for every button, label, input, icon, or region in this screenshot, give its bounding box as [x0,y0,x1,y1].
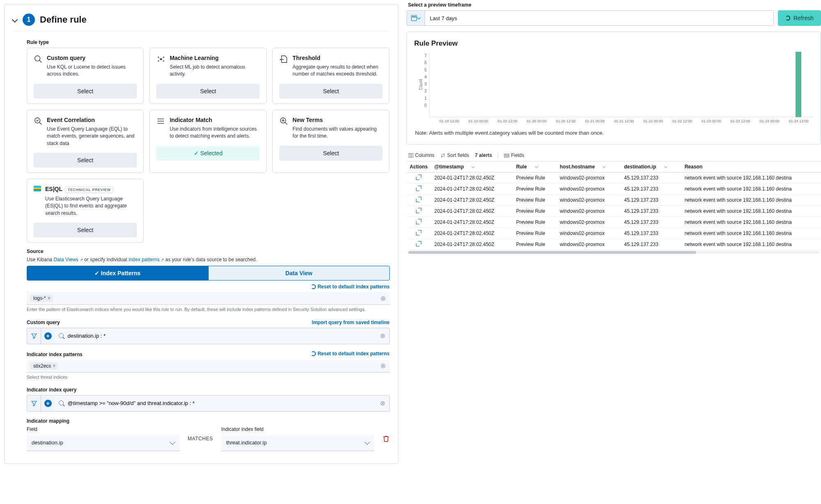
col-rule[interactable]: Rule [513,161,557,173]
expand-row-icon[interactable] [416,186,421,191]
select-rule-type-button[interactable]: Select [34,153,137,168]
calendar-icon [411,15,417,21]
mapping-index-field-value: threat.indicator.ip [226,440,267,446]
select-rule-type-button[interactable]: Select [156,84,260,99]
reset-index-patterns-link[interactable]: Reset to default index patterns [311,284,389,290]
expand-row-icon[interactable] [416,197,421,202]
expand-row-icon[interactable] [416,175,421,180]
expand-row-icon[interactable] [416,230,421,235]
expand-row-icon[interactable] [416,241,421,246]
col-host[interactable]: host.hostname [557,161,621,173]
svg-rect-21 [410,153,411,157]
chevron-down-icon [534,165,538,168]
calendar-button[interactable] [407,10,425,26]
clear-input-icon[interactable]: ⊗ [380,295,386,302]
index-patterns-link[interactable]: index patterns [129,257,164,262]
mapping-field-select[interactable]: destination.ip [27,435,179,451]
expand-row-icon[interactable] [416,219,421,224]
rule-type-new-terms[interactable]: New TermsFind documents with values appe… [272,110,389,173]
reset-indicator-patterns-link[interactable]: Reset to default index patterns [311,351,389,357]
rule-type-es-ql[interactable]: ES|QLTECHNICAL PREVIEWUse Elasticsearch … [27,179,144,243]
custom-query-input[interactable]: ⊗ [55,328,390,344]
remove-tag-icon[interactable]: × [48,295,51,301]
filter-options-button[interactable] [27,328,41,344]
svg-point-2 [160,58,162,60]
x-tick: 01-21 12:00 [609,119,639,123]
select-rule-type-button[interactable]: Selected [156,146,260,161]
add-filter-button[interactable]: + [41,328,55,344]
rule-type-description: Select ML job to detect anomalous activi… [170,64,260,78]
custom-query-field[interactable] [68,333,375,339]
chart-bar [796,52,801,117]
table-row: 2024-01-24T17:28:02.450ZPreview Rulewind… [407,228,821,239]
rule-type-name: Indicator Match [170,117,212,123]
indicator-index-patterns-input[interactable]: stix2ecs× ⊗ [27,360,390,373]
rule-type-description: Use Elasticsearch Query Language (ES|QL)… [45,196,137,217]
tab-data-view[interactable]: Data View [208,266,390,281]
define-rule-step: 1 Define rule Rule type Custom queryUse … [4,4,398,464]
alerts-count: 7 alerts [475,152,492,158]
mapping-matches-label: MATCHES [188,436,213,442]
clear-query-icon[interactable]: ⊗ [380,399,385,407]
filter-options-button[interactable] [27,395,41,412]
x-tick: 01-24 00:00 [755,119,784,123]
clear-input-icon[interactable]: ⊗ [380,362,386,370]
x-tick: 01-20 12:00 [551,119,580,123]
table-horizontal-scrollbar[interactable] [408,251,819,254]
mapping-field-label: Field [27,426,179,432]
source-description: Use Kibana Data Views or specify individ… [27,257,390,262]
scrollbar-thumb[interactable] [408,251,696,254]
table-row: 2024-01-24T17:28:02.450ZPreview Rulewind… [407,239,821,250]
add-filter-button[interactable]: + [41,395,55,412]
search-plus-icon [279,117,288,127]
data-views-link[interactable]: Data Views [53,257,83,262]
cell-reason: network event with source 192.168.1.160 … [681,217,821,228]
rule-type-description: Find documents with values appearing for… [292,126,382,140]
select-rule-type-button[interactable]: Select [279,84,382,99]
columns-button[interactable]: Columns [408,152,435,158]
rule-type-grid: Custom queryUse KQL or Lucene to detect … [27,48,390,243]
col-actions: Actions [407,161,431,173]
select-rule-type-button[interactable]: Select [34,223,137,237]
chevron-down-icon [471,165,475,168]
cell-host: windows02-proxmox [557,173,621,184]
remove-tag-icon[interactable]: × [53,363,55,369]
tab-index-patterns[interactable]: Index Patterns [27,266,208,281]
select-rule-type-button[interactable]: Select [34,84,137,99]
import-query-link[interactable]: Import query from saved timeline [312,320,389,325]
rule-type-custom-query[interactable]: Custom queryUse KQL or Lucene to detect … [27,48,144,104]
search-icon [59,400,64,406]
indicator-query-input[interactable]: ⊗ [55,395,390,412]
rule-type-machine-learning[interactable]: Machine LearningSelect ML job to detect … [149,48,267,104]
indicator-query-field[interactable] [68,400,375,406]
col-reason[interactable]: Reason [681,161,821,173]
index-patterns-input[interactable]: logs-*× ⊗ [27,292,390,305]
preview-date-picker[interactable]: Last 7 days [407,10,774,26]
rule-type-indicator-match[interactable]: Indicator MatchUse indicators from intel… [149,110,267,173]
rule-type-name: Threshold [292,55,320,61]
y-tick: 6 [425,60,427,65]
ml-icon [156,55,166,64]
rule-type-threshold[interactable]: ThresholdAggregate query results to dete… [272,48,389,104]
col-destination[interactable]: destination.ip [621,161,681,173]
svg-point-15 [158,123,159,124]
clear-query-icon[interactable]: ⊗ [380,332,385,340]
index-patterns-help: Enter the pattern of Elasticsearch indic… [27,306,390,313]
expand-row-icon[interactable] [416,208,421,213]
sort-fields-button[interactable]: Sort fields [440,152,469,158]
table-row: 2024-01-24T17:28:02.450ZPreview Rulewind… [407,173,821,184]
date-range-value[interactable]: Last 7 days [425,10,774,26]
select-rule-type-button[interactable]: Select [279,146,382,161]
rule-type-name: Custom query [47,55,85,61]
fields-button[interactable]: Fields [504,152,524,158]
cell-rule: Preview Rule [513,206,557,217]
mapping-index-field-select[interactable]: threat.indicator.ip [221,435,374,451]
delete-mapping-icon[interactable] [382,435,390,442]
rule-type-event-correlation[interactable]: Event CorrelationUse Event Query Languag… [27,110,144,173]
refresh-button[interactable]: Refresh [778,10,821,26]
svg-rect-24 [504,155,509,156]
cell-destination: 45.129.137.233 [621,184,681,195]
cell-host: windows02-proxmox [557,184,621,195]
col-timestamp[interactable]: @timestamp [431,161,513,173]
collapse-icon[interactable] [12,17,18,23]
